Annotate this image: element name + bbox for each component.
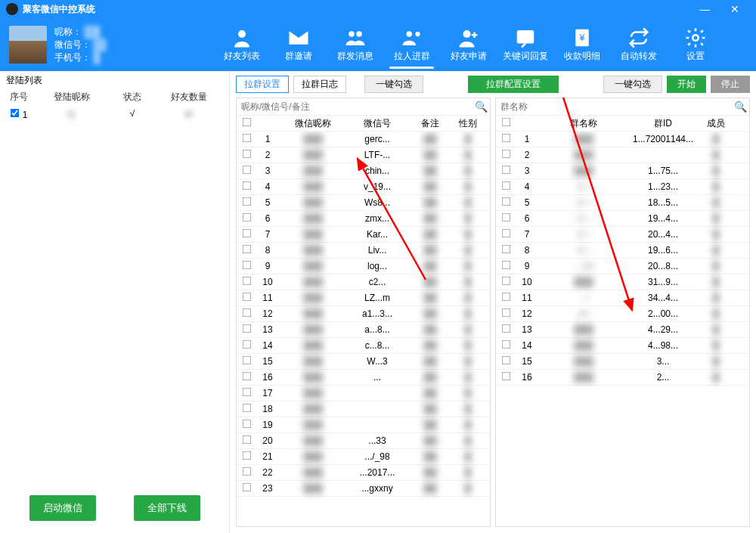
- stop-button[interactable]: 停止: [711, 76, 750, 93]
- table-row[interactable]: 14███c...8...███: [237, 338, 490, 354]
- groups-select-all[interactable]: [501, 118, 510, 127]
- table-row[interactable]: 16███...███: [237, 370, 490, 386]
- row-checkbox[interactable]: [242, 261, 251, 270]
- table-row[interactable]: 16███2...█: [496, 370, 749, 386]
- table-row[interactable]: 17██████: [237, 386, 490, 401]
- nav-group-invite[interactable]: 群邀请: [270, 23, 327, 67]
- table-row[interactable]: 8名>19...6...█: [496, 243, 749, 259]
- table-row[interactable]: 13███4...29...█: [496, 322, 749, 338]
- nav-keyword-reply[interactable]: 关键词回复: [497, 23, 553, 67]
- row-checkbox[interactable]: [501, 372, 510, 381]
- table-row[interactable]: 19██████: [237, 417, 490, 433]
- row-checkbox[interactable]: [242, 467, 251, 476]
- start-button[interactable]: 开始: [667, 76, 706, 93]
- table-row[interactable]: 11███LZ...m███: [237, 290, 490, 306]
- row-checkbox[interactable]: [242, 308, 251, 318]
- table-row[interactable]: 15███W...3███: [237, 354, 490, 370]
- row-checkbox[interactable]: [501, 340, 510, 349]
- table-row[interactable]: 8███Liv...███: [237, 243, 490, 259]
- row-checkbox[interactable]: [501, 277, 510, 286]
- table-row[interactable]: 15███3...█: [496, 354, 749, 370]
- table-row[interactable]: 3███chin...███: [237, 163, 490, 179]
- minimize-button[interactable]: —: [689, 3, 720, 15]
- nav-pull-into-group[interactable]: 拉人进群: [383, 23, 440, 67]
- row-checkbox[interactable]: [501, 134, 510, 143]
- start-wechat-button[interactable]: 启动微信: [29, 495, 96, 521]
- row-checkbox[interactable]: [242, 435, 251, 445]
- table-row[interactable]: 10███c2...███: [237, 274, 490, 290]
- login-row[interactable]: 1 红 √ 好: [0, 106, 229, 123]
- table-row[interactable]: 1███1...72001144...█: [496, 132, 749, 147]
- row-checkbox[interactable]: [501, 213, 510, 222]
- row-checkbox[interactable]: [501, 293, 510, 302]
- group-config-settings-button[interactable]: 拉群配置设置: [468, 76, 559, 93]
- row-checkbox[interactable]: [501, 324, 510, 333]
- row-checkbox[interactable]: [242, 356, 251, 365]
- nav-auto-forward[interactable]: 自动转发: [610, 23, 667, 67]
- login-row-checkbox[interactable]: [11, 109, 20, 118]
- table-row[interactable]: 12...鲜...2...00...█: [496, 306, 749, 322]
- table-row[interactable]: 2████: [496, 147, 749, 163]
- friends-search-input[interactable]: [237, 98, 472, 115]
- table-row[interactable]: 5名>18...5...█: [496, 195, 749, 211]
- row-checkbox[interactable]: [242, 372, 251, 381]
- row-checkbox[interactable]: [501, 308, 510, 318]
- row-checkbox[interactable]: [242, 483, 251, 492]
- table-row[interactable]: 4███v_19...███: [237, 179, 490, 195]
- search-icon[interactable]: 🔍: [472, 101, 490, 113]
- row-checkbox[interactable]: [242, 277, 251, 286]
- table-row[interactable]: 21███.../_98███: [237, 449, 490, 465]
- table-row[interactable]: 9███log...███: [237, 259, 490, 274]
- table-row[interactable]: 5███Ws8...███: [237, 195, 490, 211]
- table-row[interactable]: 6名>19...4...█: [496, 211, 749, 227]
- row-checkbox[interactable]: [242, 324, 251, 333]
- row-checkbox[interactable]: [501, 166, 510, 175]
- row-checkbox[interactable]: [501, 197, 510, 206]
- groups-search-input[interactable]: [496, 98, 731, 115]
- row-checkbox[interactable]: [242, 293, 251, 302]
- row-checkbox[interactable]: [501, 229, 510, 238]
- table-row[interactable]: 14███4...98...█: [496, 338, 749, 354]
- tab-group-log[interactable]: 拉群日志: [293, 76, 346, 93]
- table-row[interactable]: 13███a...8...███: [237, 322, 490, 338]
- nav-settings[interactable]: 设置: [667, 23, 723, 67]
- table-row[interactable]: 7███Kar...███: [237, 227, 490, 243]
- table-row[interactable]: 12███a1...3...███: [237, 306, 490, 322]
- friends-select-all[interactable]: [242, 118, 251, 127]
- nav-friends-list[interactable]: 好友列表: [213, 23, 270, 67]
- close-button[interactable]: ✕: [720, 3, 750, 15]
- table-row[interactable]: 2███LTF-...███: [237, 147, 490, 163]
- table-row[interactable]: 9...1群20...8...█: [496, 259, 749, 274]
- all-offline-button[interactable]: 全部下线: [134, 495, 200, 521]
- row-checkbox[interactable]: [242, 213, 251, 222]
- row-checkbox[interactable]: [242, 181, 251, 191]
- table-row[interactable]: 10███31...9...█: [496, 274, 749, 290]
- row-checkbox[interactable]: [242, 134, 251, 143]
- table-row[interactable]: 11...×34...4...█: [496, 290, 749, 306]
- nav-friend-request[interactable]: 好友申请: [440, 23, 497, 67]
- row-checkbox[interactable]: [242, 451, 251, 460]
- table-row[interactable]: 6███zmx...███: [237, 211, 490, 227]
- row-checkbox[interactable]: [242, 229, 251, 238]
- tab-group-config[interactable]: 拉群设置: [236, 76, 289, 93]
- row-checkbox[interactable]: [242, 420, 251, 429]
- table-row[interactable]: 4名>1...23...█: [496, 179, 749, 195]
- row-checkbox[interactable]: [242, 197, 251, 206]
- table-row[interactable]: 22███...2017...███: [237, 465, 490, 481]
- nav-payment-detail[interactable]: ¥收款明细: [553, 23, 610, 67]
- row-checkbox[interactable]: [242, 388, 251, 397]
- row-checkbox[interactable]: [242, 245, 251, 254]
- table-row[interactable]: 18██████: [237, 401, 490, 417]
- row-checkbox[interactable]: [242, 166, 251, 175]
- row-checkbox[interactable]: [501, 150, 510, 159]
- check-all-left-button[interactable]: 一键勾选: [364, 76, 423, 93]
- search-icon[interactable]: 🔍: [731, 101, 749, 113]
- row-checkbox[interactable]: [501, 261, 510, 270]
- row-checkbox[interactable]: [501, 245, 510, 254]
- row-checkbox[interactable]: [242, 340, 251, 349]
- check-all-right-button[interactable]: 一键勾选: [603, 76, 662, 93]
- table-row[interactable]: 3███1...75...█: [496, 163, 749, 179]
- row-checkbox[interactable]: [501, 356, 510, 365]
- nav-mass-message[interactable]: 群发消息: [327, 23, 383, 67]
- table-row[interactable]: 20███...33███: [237, 433, 490, 449]
